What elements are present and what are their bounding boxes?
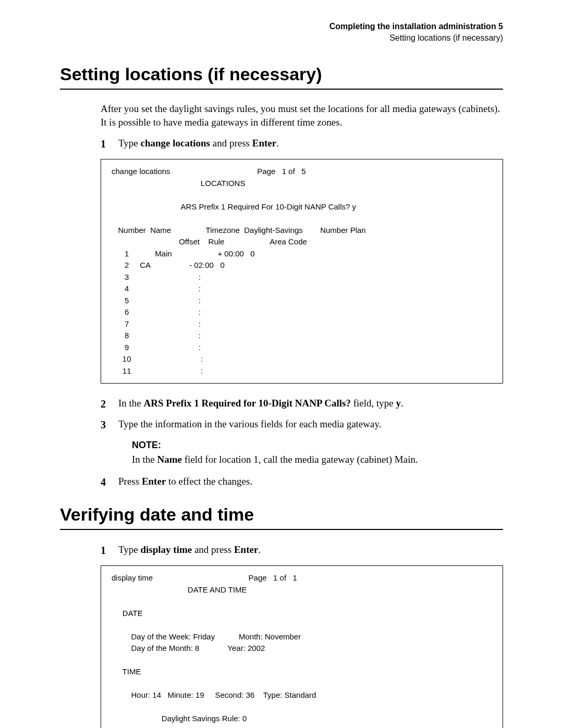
section-rule — [60, 89, 503, 90]
step-1-text: Type change locations and press Enter. — [118, 136, 503, 151]
terminal-locations: change locations Page 1 of 5 LOCATIONS A… — [101, 159, 503, 384]
step-3-text: Type the information in the various fiel… — [118, 417, 503, 432]
terminal-datetime: display time Page 1 of 1 DATE AND TIME D… — [101, 565, 503, 728]
note-label: NOTE: — [132, 440, 503, 451]
step-number: 4 — [101, 474, 118, 490]
section-title-locations: Setting locations (if necessary) — [60, 64, 503, 84]
header-chapter: Completing the installation administrati… — [329, 22, 503, 31]
step-4-text: Press Enter to effect the changes. — [118, 474, 503, 489]
step-1: 1 Type change locations and press Enter. — [101, 136, 503, 152]
running-header: Completing the installation administrati… — [60, 21, 503, 43]
step-2-text: In the ARS Prefix 1 Required for 10-Digi… — [118, 396, 503, 411]
step-number: 1 — [101, 542, 118, 558]
step-number: 2 — [101, 396, 118, 412]
step-number: 1 — [101, 136, 118, 152]
step-2: 2 In the ARS Prefix 1 Required for 10-Di… — [101, 396, 503, 412]
section-title-datetime: Verifying date and time — [60, 504, 503, 525]
intro-paragraph: After you set the daylight savings rules… — [101, 102, 503, 129]
step-3: 3 Type the information in the various fi… — [101, 417, 503, 433]
dt-step-1-text: Type display time and press Enter. — [118, 542, 503, 558]
step-number: 3 — [101, 417, 118, 433]
step-4: 4 Press Enter to effect the changes. — [101, 474, 503, 490]
dt-step-1: 1 Type display time and press Enter. — [101, 542, 503, 558]
note-block: NOTE: In the Name field for location 1, … — [132, 440, 503, 467]
note-text: In the Name field for location 1, call t… — [132, 453, 503, 467]
header-section: Setting locations (if necessary) — [389, 33, 503, 42]
section-rule — [60, 529, 503, 530]
page: Completing the installation administrati… — [0, 0, 563, 728]
